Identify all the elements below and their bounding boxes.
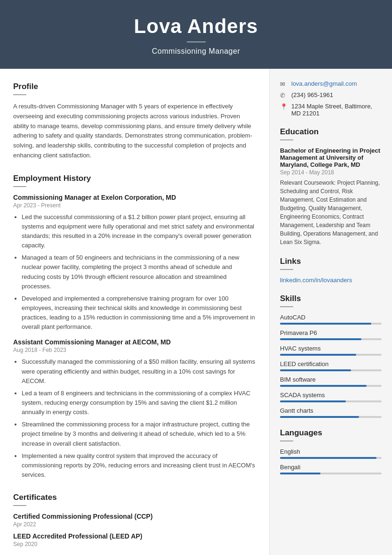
cert-1-date: Apr 2022 — [13, 521, 256, 528]
body: Profile A results-driven Commissioning M… — [0, 69, 392, 555]
links-title: Links — [280, 257, 382, 266]
certificates-divider — [13, 505, 26, 506]
skill-bar-bg — [280, 369, 382, 371]
job-2-dates: Aug 2018 - Feb 2023 — [13, 347, 256, 353]
skill-bar-fill — [280, 369, 351, 371]
skill-name: HVAC systems — [280, 345, 382, 352]
languages-section: Languages English Bengali — [280, 428, 382, 474]
education-section: Education Bachelor of Engineering in Pro… — [280, 127, 382, 246]
phone-icon: ✆ — [280, 92, 288, 99]
skill-item: Primavera P6 — [280, 329, 382, 340]
contact-section: ✉ lova.anders@gmail.com ✆ (234) 965-1961… — [280, 80, 382, 117]
skill-item: BIM software — [280, 376, 382, 387]
location-icon: 📍 — [280, 103, 288, 110]
cert-2-date: Sep 2020 — [13, 541, 256, 547]
job-2-bullet-4: Implemented a new quality control system… — [22, 451, 256, 480]
job-1: Commissioning Manager at Exelon Corporat… — [13, 194, 256, 332]
employment-divider — [13, 186, 26, 187]
education-title: Education — [280, 127, 382, 137]
language-item: Bengali — [280, 464, 382, 474]
right-column: ✉ lova.anders@gmail.com ✆ (234) 965-1961… — [270, 69, 392, 555]
contact-email: ✉ lova.anders@gmail.com — [280, 80, 382, 88]
job-1-bullet-2: Managed a team of 50 engineers and techn… — [22, 253, 256, 291]
skill-name: LEED certification — [280, 360, 382, 367]
email-icon: ✉ — [280, 81, 288, 88]
job-2: Assistant Commissioning Manager at AECOM… — [13, 338, 256, 480]
header-divider — [187, 41, 206, 42]
skill-bar-fill — [280, 338, 361, 340]
skill-bar-bg — [280, 385, 382, 387]
contact-phone: ✆ (234) 965-1961 — [280, 91, 382, 99]
job-2-bullets: Successfully managed the commissioning o… — [22, 357, 256, 480]
contact-address: 📍 1234 Maple Street, Baltimore, MD 21201 — [280, 103, 382, 117]
profile-title: Profile — [13, 82, 256, 91]
skill-bar-fill — [280, 416, 359, 418]
skill-item: LEED certification — [280, 360, 382, 371]
job-1-dates: Apr 2023 - Present — [13, 202, 256, 209]
edu-dates: Sep 2014 - May 2018 — [280, 169, 382, 176]
language-bar-fill — [280, 473, 320, 474]
links-section: Links linkedin.com/in/lovaanders — [280, 257, 382, 284]
cert-2: LEED Accredited Professional (LEED AP) S… — [13, 532, 256, 547]
skill-name: SCADA systems — [280, 392, 382, 399]
skill-bar-bg — [280, 416, 382, 418]
skill-bar-fill — [280, 323, 371, 325]
job-1-bullets: Led the successful commissioning of a $1… — [22, 212, 256, 332]
languages-divider — [280, 441, 293, 441]
skills-title: Skills — [280, 294, 382, 303]
languages-list: English Bengali — [280, 448, 382, 474]
skill-item: Gantt charts — [280, 407, 382, 418]
address-text: 1234 Maple Street, Baltimore, MD 21201 — [291, 103, 382, 117]
links-divider — [280, 269, 293, 270]
skill-bar-bg — [280, 400, 382, 402]
skill-bar-bg — [280, 323, 382, 325]
skill-name: BIM software — [280, 376, 382, 383]
cert-1: Certified Commissioning Professional (CC… — [13, 513, 256, 528]
resume-page: Lova Anders Commissioning Manager Profil… — [0, 0, 392, 555]
edu-coursework: Relevant Coursework: Project Planning, S… — [280, 179, 382, 246]
employment-title: Employment History — [13, 174, 256, 183]
job-1-bullet-1: Led the successful commissioning of a $1… — [22, 212, 256, 251]
skill-bar-fill — [280, 385, 367, 387]
skill-name: Gantt charts — [280, 407, 382, 414]
certificates-title: Certificates — [13, 493, 256, 502]
profile-divider — [13, 94, 26, 95]
cert-2-name: LEED Accredited Professional (LEED AP) — [13, 532, 256, 540]
language-bar-bg — [280, 457, 382, 459]
skill-name: AutoCAD — [280, 314, 382, 321]
candidate-title: Commissioning Manager — [9, 47, 383, 56]
email-link[interactable]: lova.anders@gmail.com — [291, 80, 357, 87]
candidate-name: Lova Anders — [9, 15, 383, 38]
edu-degree: Bachelor of Engineering in Project Manag… — [280, 147, 382, 168]
skill-name: Primavera P6 — [280, 329, 382, 336]
left-column: Profile A results-driven Commissioning M… — [0, 69, 270, 555]
job-2-title: Assistant Commissioning Manager at AECOM… — [13, 338, 256, 346]
language-bar-fill — [280, 457, 376, 459]
header: Lova Anders Commissioning Manager — [0, 0, 392, 69]
skill-item: HVAC systems — [280, 345, 382, 356]
employment-section: Employment History Commissioning Manager… — [13, 174, 256, 480]
job-1-title: Commissioning Manager at Exelon Corporat… — [13, 194, 256, 201]
education-divider — [280, 139, 293, 140]
skill-item: AutoCAD — [280, 314, 382, 325]
job-1-bullet-3: Developed and implemented a comprehensiv… — [22, 294, 256, 332]
skills-section: Skills AutoCAD Primavera P6 HVAC systems… — [280, 294, 382, 418]
language-name: English — [280, 448, 382, 455]
profile-section: Profile A results-driven Commissioning M… — [13, 82, 256, 161]
skills-divider — [280, 306, 293, 307]
skill-bar-bg — [280, 338, 382, 340]
language-item: English — [280, 448, 382, 459]
skill-bar-bg — [280, 354, 382, 356]
certificates-section: Certificates Certified Commissioning Pro… — [13, 493, 256, 547]
skill-bar-fill — [280, 400, 346, 402]
language-bar-bg — [280, 473, 382, 474]
job-2-bullet-2: Led a team of 8 engineers and technician… — [22, 389, 256, 417]
phone-text: (234) 965-1961 — [291, 91, 333, 98]
linkedin-link[interactable]: linkedin.com/in/lovaanders — [280, 277, 352, 284]
job-2-bullet-3: Streamlined the commissioning process fo… — [22, 420, 256, 448]
language-name: Bengali — [280, 464, 382, 471]
skill-bar-fill — [280, 354, 356, 356]
languages-title: Languages — [280, 428, 382, 438]
skill-item: SCADA systems — [280, 392, 382, 402]
profile-text: A results-driven Commissioning Manager w… — [13, 102, 256, 161]
